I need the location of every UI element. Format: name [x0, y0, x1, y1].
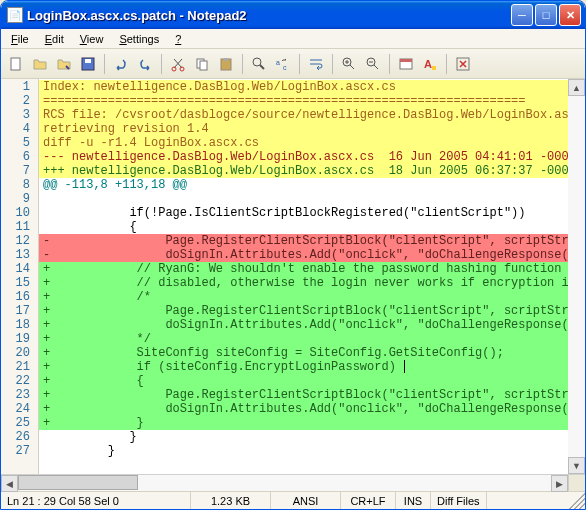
- status-size: 1.23 KB: [191, 492, 271, 510]
- svg-text:A: A: [424, 58, 432, 70]
- close-button[interactable]: ✕: [559, 4, 581, 26]
- zoom-out-button[interactable]: [362, 53, 384, 75]
- code-line: + Page.RegisterClientScriptBlock("client…: [39, 304, 568, 318]
- code-line: retrieving revision 1.4: [39, 122, 568, 136]
- scroll-down-icon[interactable]: ▼: [568, 457, 585, 474]
- zoom-in-button[interactable]: [338, 53, 360, 75]
- code-line: }: [39, 430, 568, 444]
- status-insert-mode: INS: [396, 492, 431, 510]
- svg-rect-17: [432, 66, 436, 70]
- statusbar: Ln 21 : 29 Col 58 Sel 0 1.23 KB ANSI CR+…: [1, 491, 585, 510]
- find-button[interactable]: [248, 53, 270, 75]
- scheme-button[interactable]: [395, 53, 417, 75]
- code-line: {: [39, 220, 568, 234]
- code-editor[interactable]: Index: newtelligence.DasBlog.Web/LoginBo…: [39, 79, 568, 474]
- save-button[interactable]: [77, 53, 99, 75]
- code-line: --- newtelligence.DasBlog.Web/LoginBox.a…: [39, 150, 568, 164]
- code-line: + // RyanG: We shouldn't enable the pass…: [39, 262, 568, 276]
- browse-button[interactable]: [53, 53, 75, 75]
- replace-button[interactable]: ac: [272, 53, 294, 75]
- line-number-margin: 1234567891011121314151617181920212223242…: [1, 79, 39, 474]
- svg-rect-2: [85, 59, 91, 63]
- exit-button[interactable]: [452, 53, 474, 75]
- menu-edit[interactable]: Edit: [37, 31, 72, 47]
- status-encoding: ANSI: [271, 492, 341, 510]
- customize-button[interactable]: A: [419, 53, 441, 75]
- svg-rect-8: [224, 58, 228, 61]
- code-line: + /*: [39, 290, 568, 304]
- copy-button[interactable]: [191, 53, 213, 75]
- code-line: ========================================…: [39, 94, 568, 108]
- cut-button[interactable]: [167, 53, 189, 75]
- minimize-button[interactable]: ─: [511, 4, 533, 26]
- code-line: Index: newtelligence.DasBlog.Web/LoginBo…: [39, 80, 568, 94]
- code-line: + SiteConfig siteConfig = SiteConfig.Get…: [39, 346, 568, 360]
- svg-text:c: c: [283, 64, 287, 71]
- paste-button[interactable]: [215, 53, 237, 75]
- code-line: diff -u -r1.4 LoginBox.ascx.cs: [39, 136, 568, 150]
- menubar: File Edit View Settings ?: [1, 29, 585, 49]
- toolbar: ac A: [1, 49, 585, 79]
- code-line: - doSignIn.Attributes.Add("onclick", "do…: [39, 248, 568, 262]
- code-line: + {: [39, 374, 568, 388]
- window-title: LoginBox.ascx.cs.patch - Notepad2: [27, 8, 511, 23]
- code-line: + doSignIn.Attributes.Add("onclick", "do…: [39, 402, 568, 416]
- code-line: + }: [39, 416, 568, 430]
- code-line: + Page.RegisterClientScriptBlock("client…: [39, 388, 568, 402]
- maximize-button[interactable]: □: [535, 4, 557, 26]
- svg-point-9: [253, 58, 261, 66]
- menu-help[interactable]: ?: [167, 31, 189, 47]
- code-line: + */: [39, 332, 568, 346]
- code-line: if(!Page.IsClientScriptBlockRegistered("…: [39, 206, 568, 220]
- menu-file[interactable]: File: [3, 31, 37, 47]
- app-icon: 📄: [7, 7, 23, 23]
- scroll-thumb[interactable]: [18, 475, 138, 490]
- svg-rect-6: [200, 61, 207, 70]
- code-line: }: [39, 444, 568, 458]
- resize-grip-icon[interactable]: [569, 493, 585, 509]
- code-line: + if (siteConfig.EncryptLoginPassword): [39, 360, 568, 374]
- wordwrap-button[interactable]: [305, 53, 327, 75]
- redo-button[interactable]: [134, 53, 156, 75]
- status-scheme: Diff Files: [431, 492, 487, 510]
- horizontal-scrollbar[interactable]: ◀ ▶: [1, 474, 585, 491]
- code-line: +++ newtelligence.DasBlog.Web/LoginBox.a…: [39, 164, 568, 178]
- menu-settings[interactable]: Settings: [111, 31, 167, 47]
- undo-button[interactable]: [110, 53, 132, 75]
- scroll-up-icon[interactable]: ▲: [568, 79, 585, 96]
- new-button[interactable]: [5, 53, 27, 75]
- scroll-right-icon[interactable]: ▶: [551, 475, 568, 492]
- open-button[interactable]: [29, 53, 51, 75]
- status-position: Ln 21 : 29 Col 58 Sel 0: [1, 492, 191, 510]
- status-eol: CR+LF: [341, 492, 396, 510]
- titlebar: 📄 LoginBox.ascx.cs.patch - Notepad2 ─ □ …: [1, 1, 585, 29]
- code-line: RCS file: /cvsroot/dasblogce/source/newt…: [39, 108, 568, 122]
- vertical-scrollbar[interactable]: ▲ ▼: [568, 79, 585, 474]
- svg-rect-15: [400, 59, 412, 62]
- menu-view[interactable]: View: [72, 31, 112, 47]
- code-line: + doSignIn.Attributes.Add("onclick", "do…: [39, 318, 568, 332]
- code-line: @@ -113,8 +113,18 @@: [39, 178, 568, 192]
- code-line: - Page.RegisterClientScriptBlock("client…: [39, 234, 568, 248]
- scroll-left-icon[interactable]: ◀: [1, 475, 18, 492]
- code-line: [39, 192, 568, 206]
- svg-text:a: a: [276, 59, 280, 66]
- editor-area: 1234567891011121314151617181920212223242…: [1, 79, 585, 474]
- svg-rect-0: [11, 58, 20, 70]
- code-line: + // disabled, otherwise the login never…: [39, 276, 568, 290]
